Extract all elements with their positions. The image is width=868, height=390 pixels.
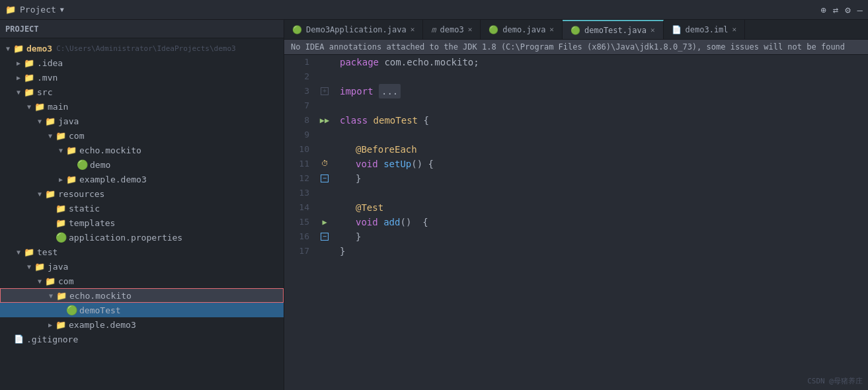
editor-area: 🟢 Demo3Application.java ✕ m demo3 ✕ 🟢 de… bbox=[284, 20, 868, 390]
sidebar-title: PROJECT bbox=[5, 24, 39, 34]
tab-demo[interactable]: 🟢 demo.java ✕ bbox=[481, 20, 563, 39]
m-icon: m bbox=[431, 25, 436, 34]
tab-label: demo3.iml bbox=[686, 25, 729, 34]
tree-item-src[interactable]: ▼ 📁 src bbox=[0, 85, 284, 99]
sidebar-header: PROJECT bbox=[0, 20, 284, 38]
tree-item-gitignore[interactable]: 📄 .gitignore bbox=[0, 332, 284, 346]
package-name: com.echo.mockito bbox=[384, 55, 473, 69]
close-brace-2: } bbox=[356, 229, 361, 244]
code-line-14: @Test bbox=[340, 200, 868, 215]
tree-label: echo.mockito bbox=[79, 145, 141, 155]
tree-item-test[interactable]: ▼ 📁 test bbox=[0, 245, 284, 259]
test-folder-icon: 📁 bbox=[24, 247, 34, 257]
gutter-8: ▶▶ bbox=[315, 113, 335, 128]
open-brace: { bbox=[423, 113, 428, 128]
tree-item-demoTest[interactable]: 🟢 demoTest bbox=[0, 303, 284, 317]
tree-item-java[interactable]: ▼ 📁 java bbox=[0, 114, 284, 128]
warning-text: No IDEA annotations attached to the JDK … bbox=[291, 42, 845, 52]
gutter-11: ⏱ bbox=[315, 157, 335, 171]
tree-label: java bbox=[48, 262, 68, 272]
folder-icon: 📁 bbox=[24, 87, 34, 97]
tree-item-test-com[interactable]: ▼ 📁 com bbox=[0, 274, 284, 288]
chevron-down-icon: ▼ bbox=[24, 261, 34, 272]
code-editor[interactable]: 1 2 3 7 8 9 10 11 12 13 14 15 16 17 bbox=[284, 55, 868, 390]
package-folder-icon: 📁 bbox=[66, 145, 77, 155]
tab-demo3[interactable]: m demo3 ✕ bbox=[423, 20, 481, 39]
gutter-10 bbox=[315, 142, 335, 157]
tree-item-test-example-demo3[interactable]: ▶ 📁 example.demo3 bbox=[0, 317, 284, 332]
top-bar: 📁 Project ▼ ⊕ ⇄ ⚙ — bbox=[0, 0, 868, 20]
method-add: add bbox=[383, 215, 400, 229]
tree-label: main bbox=[48, 102, 68, 112]
package-folder-icon: 📁 bbox=[56, 319, 66, 330]
tree-item-main[interactable]: ▼ 📁 main bbox=[0, 99, 284, 114]
tree-item-example-demo3[interactable]: ▶ 📁 example.demo3 bbox=[0, 172, 284, 186]
code-line-10: @BeforeEach bbox=[340, 142, 868, 157]
tab-close-icon[interactable]: ✕ bbox=[549, 25, 554, 34]
tree-item-templates[interactable]: ▶ 📁 templates bbox=[0, 215, 284, 230]
code-line-2 bbox=[340, 69, 868, 84]
tab-close-icon[interactable]: ✕ bbox=[468, 25, 473, 34]
sync-icon[interactable]: ⇄ bbox=[833, 5, 838, 15]
project-folder-icon: 📁 bbox=[13, 43, 24, 54]
code-line-9 bbox=[340, 128, 868, 142]
gutter-13 bbox=[315, 186, 335, 200]
code-line-8: class demoTest { bbox=[340, 113, 868, 128]
tree-label: application.properties bbox=[69, 233, 182, 243]
gutter-2 bbox=[315, 69, 335, 84]
line-num-11: 11 bbox=[284, 157, 309, 171]
folded-imports[interactable]: ... bbox=[379, 84, 401, 98]
tree-label: .idea bbox=[37, 58, 63, 68]
tab-Demo3Application[interactable]: 🟢 Demo3Application.java ✕ bbox=[284, 20, 423, 39]
chevron-right-icon: ▶ bbox=[56, 174, 66, 184]
spring-test-class-icon: 🟢 bbox=[66, 305, 77, 315]
run-icon[interactable]: ▶▶ bbox=[320, 113, 329, 128]
tree-item-static[interactable]: ▶ 📁 static bbox=[0, 201, 284, 215]
tree-item-test-java[interactable]: ▼ 📁 java bbox=[0, 259, 284, 274]
tree-label: example.demo3 bbox=[79, 175, 147, 184]
add-icon[interactable]: ⊕ bbox=[820, 5, 826, 15]
tab-close-icon[interactable]: ✕ bbox=[732, 25, 737, 34]
tab-demo3iml[interactable]: 📄 demo3.iml ✕ bbox=[664, 20, 746, 39]
tree-item-test-echo-mockito[interactable]: ▼ 📁 echo.mockito bbox=[0, 288, 284, 303]
tree-label: resources bbox=[58, 189, 104, 199]
gutter-12: − bbox=[315, 171, 335, 186]
code-content[interactable]: package com.echo.mockito; import ... cla… bbox=[335, 55, 868, 390]
tab-close-icon[interactable]: ✕ bbox=[411, 25, 415, 34]
class-demoTest: demoTest bbox=[374, 113, 424, 128]
line-num-7: 7 bbox=[284, 98, 309, 113]
tree-item-application-properties[interactable]: 🟢 application.properties bbox=[0, 230, 284, 245]
tree-label: .gitignore bbox=[26, 334, 78, 344]
no-arrow bbox=[56, 305, 66, 315]
run-icon[interactable]: ▶ bbox=[322, 215, 327, 229]
tree-item-idea[interactable]: ▶ 📁 .idea bbox=[0, 56, 284, 70]
gutter-3: + bbox=[315, 84, 335, 98]
line-num-15: 15 bbox=[284, 215, 309, 229]
tab-close-icon[interactable]: ✕ bbox=[651, 26, 655, 34]
folder-icon: 📁 bbox=[56, 203, 66, 214]
tree-label: example.demo3 bbox=[69, 320, 136, 330]
settings-icon[interactable]: ⚙ bbox=[845, 5, 850, 15]
source-folder-icon: 📁 bbox=[34, 101, 45, 112]
code-line-1: package com.echo.mockito; bbox=[340, 55, 868, 69]
tree-item-demo3[interactable]: ▼ 📁 demo3 C:\Users\Administrator\IdeaPro… bbox=[0, 41, 284, 56]
warning-bar: No IDEA annotations attached to the JDK … bbox=[284, 40, 868, 55]
package-folder-icon: 📁 bbox=[66, 174, 77, 184]
tree-item-mvn[interactable]: ▶ 📁 .mvn bbox=[0, 70, 284, 85]
tree-item-com[interactable]: ▼ 📁 com bbox=[0, 128, 284, 143]
keyword-import: import bbox=[340, 84, 379, 98]
tree-item-demo[interactable]: 🟢 demo bbox=[0, 157, 284, 172]
no-arrow bbox=[66, 159, 77, 170]
spring-icon: 🟢 bbox=[489, 25, 498, 34]
line-numbers: 1 2 3 7 8 9 10 11 12 13 14 15 16 17 bbox=[284, 55, 315, 390]
tab-demoTest[interactable]: 🟢 demoTest.java ✕ bbox=[563, 20, 664, 39]
keyword-void: void bbox=[356, 157, 383, 171]
spring-icon: 🟢 bbox=[292, 25, 302, 34]
file-tree[interactable]: ▼ 📁 demo3 C:\Users\Administrator\IdeaPro… bbox=[0, 38, 284, 390]
code-line-16: } bbox=[340, 229, 868, 244]
minimize-icon[interactable]: — bbox=[857, 5, 863, 15]
tree-item-resources[interactable]: ▼ 📁 resources bbox=[0, 186, 284, 201]
tree-item-echo-mockito[interactable]: ▼ 📁 echo.mockito bbox=[0, 143, 284, 157]
bookmark-icon: ⏱ bbox=[321, 157, 329, 171]
package-folder-icon: 📁 bbox=[45, 276, 56, 286]
